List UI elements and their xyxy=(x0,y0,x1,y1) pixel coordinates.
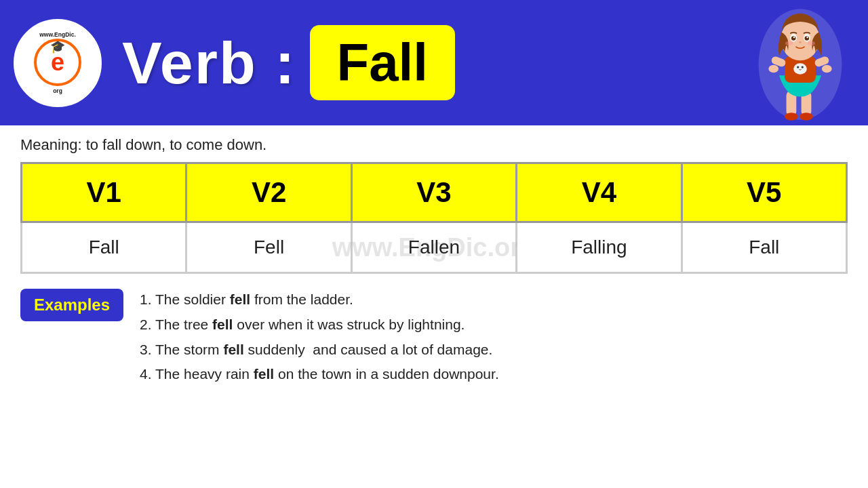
example-4: 4. The heavy rain fell on the town in a … xyxy=(140,362,499,387)
girl-illustration xyxy=(739,0,861,125)
svg-point-23 xyxy=(808,41,815,46)
cell-v3: www.EngDic.org Fallen xyxy=(351,222,516,273)
logo-e-letter: 🎓 e xyxy=(34,39,81,86)
examples-badge: Examples xyxy=(20,289,123,321)
svg-point-20 xyxy=(806,37,808,38)
col-v4: V4 xyxy=(517,163,682,222)
example-2: 2. The tree fell over when it was struck… xyxy=(140,312,499,338)
logo: www.EngDic. 🎓 e org xyxy=(14,19,102,107)
svg-point-8 xyxy=(802,66,804,68)
example-1: 1. The soldier fell from the ladder. xyxy=(140,287,499,312)
verb-table: V1 V2 V3 V4 V5 Fall Fell www.EngDic.org … xyxy=(20,162,848,274)
meaning-label: Meaning: xyxy=(20,136,82,153)
cell-v1: Fall xyxy=(22,222,186,273)
logo-bottom-text: org xyxy=(34,87,81,94)
svg-point-21 xyxy=(799,41,801,43)
logo-hat-icon: 🎓 xyxy=(50,40,65,55)
verb-box: Fall xyxy=(310,25,455,100)
svg-point-12 xyxy=(822,65,832,73)
svg-point-6 xyxy=(793,63,807,74)
col-v2: V2 xyxy=(186,163,351,222)
svg-point-11 xyxy=(768,65,778,73)
examples-section: Examples 1. The soldier fell from the la… xyxy=(0,274,868,394)
cell-v5: Fall xyxy=(682,222,846,273)
header-section: www.EngDic. 🎓 e org Verb : Fall xyxy=(0,0,868,125)
svg-point-22 xyxy=(785,41,793,46)
table-header-row: V1 V2 V3 V4 V5 xyxy=(22,163,847,222)
verb-label: Fall xyxy=(337,32,428,94)
cell-v2: Fell xyxy=(186,222,351,273)
girl-svg xyxy=(746,3,854,125)
page-title: Verb : xyxy=(122,28,296,98)
examples-list: 1. The soldier fell from the ladder. 2. … xyxy=(140,287,499,387)
svg-point-4 xyxy=(800,113,813,120)
cell-v4: Falling xyxy=(517,222,682,273)
verb-table-section: V1 V2 V3 V4 V5 Fall Fell www.EngDic.org … xyxy=(0,162,868,274)
col-v3: V3 xyxy=(351,163,516,222)
meaning-section: Meaning: to fall down, to come down. xyxy=(0,125,868,162)
table-row: Fall Fell www.EngDic.org Fallen Falling … xyxy=(22,222,847,273)
example-1-bold: fell xyxy=(230,291,250,307)
example-4-bold: fell xyxy=(254,366,274,382)
svg-point-7 xyxy=(797,66,799,68)
example-3: 3. The storm fell suddenly and caused a … xyxy=(140,338,499,363)
svg-point-3 xyxy=(785,113,798,120)
logo-inner: www.EngDic. 🎓 e org xyxy=(34,31,81,94)
logo-top-text: www.EngDic. xyxy=(34,31,81,38)
meaning-text: to fall down, to come down. xyxy=(86,136,267,153)
col-v1: V1 xyxy=(22,163,186,222)
example-2-bold: fell xyxy=(212,317,233,332)
col-v5: V5 xyxy=(682,163,846,222)
example-3-bold: fell xyxy=(223,342,243,357)
svg-point-19 xyxy=(793,37,795,38)
